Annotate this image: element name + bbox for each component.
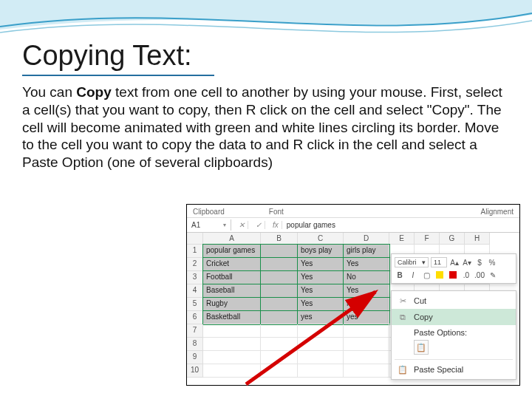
cell[interactable] [203,364,261,378]
cell[interactable] [261,311,298,324]
excel-screenshot: Clipboard Font Alignment A1 ▾ ✕ ✓ fx pop… [186,204,520,386]
menu-copy[interactable]: ⧉ Copy [392,309,516,325]
increase-font-icon[interactable]: A▴ [449,257,460,267]
cell[interactable]: Yes [298,284,344,298]
body-pre: You can [22,84,76,100]
ribbon-clipboard-label: Clipboard [193,208,225,216]
name-box[interactable]: A1 ▾ [187,219,231,231]
bold-icon[interactable]: B [395,270,405,280]
cell[interactable] [298,351,344,364]
cell[interactable] [203,338,261,351]
cell[interactable]: No [344,271,389,284]
col-header[interactable]: B [261,233,298,245]
cell[interactable] [261,298,298,311]
border-icon[interactable]: ▢ [421,270,432,280]
mini-toolbar: Calibri▾ 11 A▴ A▾ $ % B I ▢ .0 .00 ✎ [391,253,516,284]
cell[interactable]: boys play [298,245,344,258]
row-header[interactable]: 3 [187,271,203,284]
increase-decimal-icon[interactable]: .00 [474,270,485,280]
cell[interactable]: yes [344,311,389,324]
cell[interactable]: Yes [298,258,344,271]
font-color-icon[interactable] [448,270,458,280]
row-header[interactable]: 1 [187,245,203,258]
cell[interactable]: yes [298,311,344,324]
ribbon-group-labels: Clipboard Font Alignment [187,205,519,218]
row-header[interactable]: 8 [187,338,203,351]
cell[interactable]: Basketball [203,311,261,324]
formula-bar-row: A1 ▾ ✕ ✓ fx popular games [187,218,519,233]
enter-formula-icon[interactable]: ✓ [253,221,265,229]
cell[interactable] [298,324,344,338]
cell[interactable] [344,338,389,351]
cell[interactable] [203,324,261,338]
ribbon-alignment-label: Alignment [481,208,514,216]
percent-format-icon[interactable]: % [487,257,497,267]
cell[interactable] [261,258,298,271]
formula-bar-value[interactable]: popular games [287,221,335,229]
col-header[interactable]: E [389,233,415,245]
row-header[interactable]: 7 [187,324,203,338]
cell[interactable] [261,245,298,258]
fill-color-icon[interactable] [434,270,445,280]
font-size-dropdown[interactable]: 11 [431,257,447,267]
col-header[interactable]: D [344,233,389,245]
clipboard-icon: 📋 [398,364,408,375]
cell[interactable]: Rugby [203,298,261,311]
cell[interactable]: Cricket [203,258,261,271]
decrease-decimal-icon[interactable]: .0 [461,270,471,280]
name-box-dropdown-icon[interactable]: ▾ [223,222,226,228]
row-header[interactable]: 6 [187,311,203,324]
font-name-dropdown[interactable]: Calibri▾ [395,257,429,267]
row-header[interactable]: 4 [187,284,203,298]
col-header[interactable]: G [440,233,465,245]
col-header[interactable]: F [415,233,440,245]
cell[interactable] [344,364,389,378]
paste-options-row: 📋 [392,338,516,358]
cell[interactable]: Yes [344,284,389,298]
name-box-value: A1 [191,221,200,229]
row-header[interactable]: 10 [187,364,203,378]
cell[interactable] [261,338,298,351]
col-header[interactable]: C [298,233,344,245]
menu-paste-special[interactable]: 📋 Paste Special [392,361,516,378]
cell[interactable]: Yes [344,258,389,271]
scissors-icon: ✂ [398,296,408,306]
cell[interactable]: Baseball [203,284,261,298]
paste-option-icon[interactable]: 📋 [414,340,429,355]
cell[interactable] [203,351,261,364]
cell[interactable] [261,351,298,364]
row-header[interactable]: 9 [187,351,203,364]
accounting-format-icon[interactable]: $ [474,257,485,267]
cell[interactable] [344,324,389,338]
chevron-down-icon: ▾ [422,259,426,266]
slide-title: Copying Text: [22,40,214,76]
cell[interactable] [261,324,298,338]
cell[interactable] [298,364,344,378]
cell[interactable] [344,351,389,364]
row-header[interactable]: 5 [187,298,203,311]
fx-icon[interactable]: fx [270,221,282,229]
cell[interactable] [261,364,298,378]
cell[interactable] [261,284,298,298]
cell[interactable] [261,271,298,284]
cell[interactable] [298,338,344,351]
cell[interactable]: Yes [298,271,344,284]
body-bold: Copy [76,84,112,100]
row-header[interactable]: 2 [187,258,203,271]
paste-options-label: Paste Options: [392,325,516,338]
format-painter-icon[interactable]: ✎ [488,270,498,280]
cancel-formula-icon[interactable]: ✕ [236,221,248,229]
col-header[interactable]: H [465,233,490,245]
decrease-font-icon[interactable]: A▾ [462,257,472,267]
select-all-corner[interactable] [187,233,203,245]
cell[interactable]: Football [203,271,261,284]
body-paragraph: You can Copy text from one cell to anoth… [22,83,510,171]
col-header[interactable]: A [203,233,261,245]
cell[interactable]: Yes [298,298,344,311]
menu-paste-special-label: Paste Special [414,365,463,374]
italic-icon[interactable]: I [408,270,418,280]
cell[interactable]: girls play [344,245,389,258]
cell[interactable]: popular games [203,245,261,258]
menu-cut[interactable]: ✂ Cut [392,293,516,309]
cell[interactable]: No [344,298,389,311]
